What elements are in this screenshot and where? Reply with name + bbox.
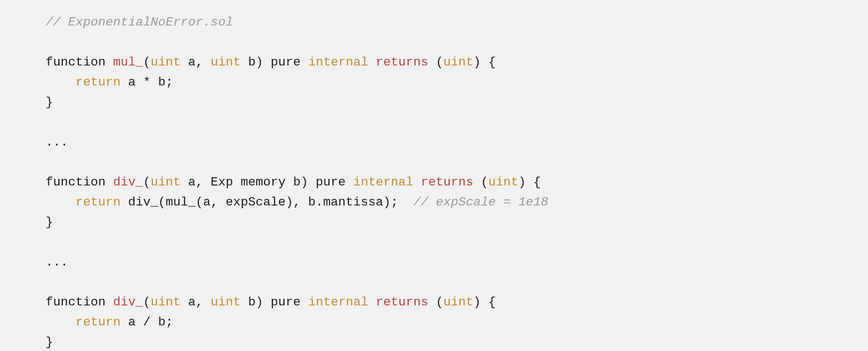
code-line: function div_(uint a, uint b) pure inter… — [46, 292, 868, 312]
code-token: returns — [376, 295, 428, 309]
code-token: } — [46, 215, 53, 229]
code-token: mul_ — [113, 55, 143, 69]
code-token — [46, 195, 76, 209]
code-line: // ExponentialNoError.sol — [46, 12, 868, 32]
code-token: b) pure — [241, 55, 308, 69]
code-token — [368, 55, 376, 69]
code-token: // ExponentialNoError.sol — [46, 15, 233, 29]
code-token: } — [46, 95, 53, 109]
code-line: return a * b; — [46, 72, 868, 92]
code-token: uint — [488, 175, 518, 189]
code-token: ( — [428, 295, 443, 309]
code-token: ( — [428, 55, 443, 69]
code-line: } — [46, 212, 868, 232]
code-token: returns — [376, 55, 428, 69]
code-line — [46, 152, 868, 172]
code-token: ) { — [473, 55, 496, 69]
code-token: div_ — [113, 175, 143, 189]
code-token: b) pure — [241, 295, 308, 309]
code-token: uint — [443, 295, 473, 309]
code-line: } — [46, 92, 868, 112]
code-token — [368, 295, 376, 309]
code-line — [46, 272, 868, 292]
code-token: div_(mul_(a, expScale), b.mantissa); — [121, 195, 413, 209]
code-token: uint — [443, 55, 473, 69]
code-token: a, — [181, 295, 211, 309]
code-token — [413, 175, 421, 189]
code-token: ) { — [518, 175, 541, 189]
code-line: return a / b; — [46, 312, 868, 332]
code-token: uint — [151, 55, 181, 69]
code-line: function mul_(uint a, uint b) pure inter… — [46, 52, 868, 72]
code-line: ... — [46, 132, 868, 152]
code-token: uint — [211, 295, 241, 309]
code-token: // expScale = 1e18 — [413, 195, 548, 209]
code-line — [46, 112, 868, 132]
code-line — [46, 32, 868, 52]
code-token: function — [46, 175, 113, 189]
code-token: div_ — [113, 295, 143, 309]
code-line: return div_(mul_(a, expScale), b.mantiss… — [46, 192, 868, 212]
code-token: internal — [308, 295, 368, 309]
code-token: a * b; — [121, 75, 173, 89]
code-token: a / b; — [121, 315, 173, 329]
code-token: return — [76, 195, 121, 209]
code-token — [46, 315, 76, 329]
code-token: ( — [473, 175, 488, 189]
code-token: } — [46, 335, 53, 349]
code-token: ) { — [473, 295, 496, 309]
code-token: a, — [181, 55, 211, 69]
code-line — [46, 232, 868, 252]
code-token: function — [46, 295, 113, 309]
code-token: internal — [353, 175, 413, 189]
code-token: uint — [151, 295, 181, 309]
code-block: // ExponentialNoError.sol function mul_(… — [0, 0, 868, 351]
code-token: ( — [143, 55, 151, 69]
code-token: uint — [211, 55, 241, 69]
code-line: } — [46, 332, 868, 351]
code-token: ( — [143, 175, 151, 189]
code-token: function — [46, 55, 113, 69]
code-token: return — [76, 315, 121, 329]
code-token: uint — [151, 175, 181, 189]
code-token: returns — [421, 175, 473, 189]
code-line: ... — [46, 252, 868, 272]
code-token: ... — [46, 255, 68, 269]
code-token: ... — [46, 135, 68, 149]
code-token: return — [76, 75, 121, 89]
code-token: ( — [143, 295, 151, 309]
code-token — [46, 75, 76, 89]
code-token: internal — [308, 55, 368, 69]
code-token: a, Exp memory b) pure — [181, 175, 353, 189]
code-line: function div_(uint a, Exp memory b) pure… — [46, 172, 868, 192]
